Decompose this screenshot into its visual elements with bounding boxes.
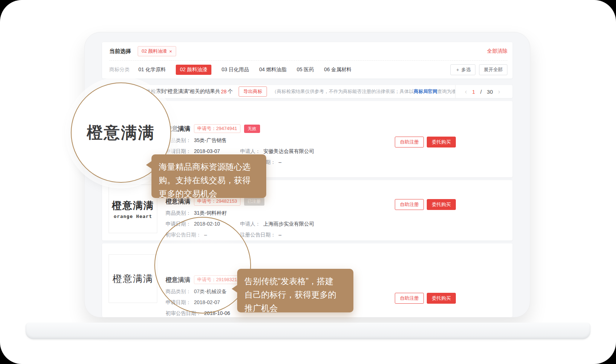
tooltip-line: 自己的标行，获得更多的 (244, 288, 346, 302)
category-field-value: 35类-广告销售 (194, 137, 227, 144)
screenshot-canvas: 当前选择 02 颜料油漆 × 全部清除 商标分类 01 化学原料 02 颜料油漆… (0, 0, 616, 364)
category-item-01[interactable]: 01 化学原料 (138, 66, 166, 73)
category-item-06[interactable]: 06 金属材料 (324, 66, 351, 73)
applicant-value: 上海雨步实业有限公司 (263, 221, 314, 227)
tooltip-line: 购。支持在线交易，获得 (159, 174, 259, 187)
trademark-office-link[interactable]: 商标局官网 (414, 89, 437, 94)
tooltip-line: 更多的交易机会 (159, 187, 259, 201)
tooltip-promotion: 告别传统“发表格”，搭建 自己的标行，获得更多的 推广机会 (237, 269, 353, 312)
tooltip-arrow-left-icon (232, 285, 238, 293)
selected-filter-tag[interactable]: 02 颜料油漆 × (138, 46, 176, 56)
results-count-unit: 个 (228, 88, 233, 95)
tooltip-arrow-left-icon (146, 161, 152, 169)
trademark-image-3-text: 橙意满满 (113, 272, 153, 285)
trademark-image-2-subtext: orange Heart (114, 214, 152, 219)
category-item-02-active[interactable]: 02 颜料油漆 (176, 65, 211, 75)
filter-card: 当前选择 02 颜料油漆 × 全部清除 商标分类 01 化学原料 02 颜料油漆… (102, 42, 512, 78)
entrust-buy-button[interactable]: 委托购买 (427, 293, 456, 304)
pagination-current: 1 (472, 89, 475, 95)
self-register-button[interactable]: 自助注册 (395, 199, 424, 210)
apply-date-value: 2018-03-07 (194, 148, 220, 155)
magnifier-circle-2 (154, 217, 251, 314)
self-register-button[interactable]: 自助注册 (395, 293, 424, 304)
category-item-04[interactable]: 04 燃料油脂 (259, 66, 286, 73)
category-list: 01 化学原料 02 颜料油漆 03 日化用品 04 燃料油脂 05 医药 06… (138, 65, 352, 75)
row-3-actions: 自助注册 委托购买 (395, 293, 456, 304)
multi-select-button[interactable]: ＋ 多选 (450, 64, 475, 75)
tooltip-line: 推广机会 (244, 302, 346, 315)
category-item-05[interactable]: 05 医药 (297, 66, 314, 73)
current-selection-row: 当前选择 02 颜料油漆 × 全部清除 (109, 42, 507, 60)
disclaimer-pre: （商标检索结果仅供参考，不作为商标能否注册的法律依据；具体以 (272, 89, 414, 94)
close-icon[interactable]: × (169, 49, 172, 54)
reg-pub-value: – (279, 159, 281, 166)
self-register-button[interactable]: 自助注册 (395, 137, 424, 147)
trademark-image-2-text: 橙意满满 (112, 199, 154, 212)
category-field-label: 商品类别： (166, 210, 191, 217)
pagination-separator: / (480, 89, 482, 95)
row-1-category-line: 商品类别：35类-广告销售 (166, 137, 512, 144)
category-label: 商标分类 (109, 66, 130, 73)
category-item-03[interactable]: 03 日化用品 (222, 66, 249, 73)
reg-pub-label: 注册公告日期： (240, 232, 276, 238)
pagination-total: 30 (487, 89, 493, 95)
row-1-date-line: 申请日期：2018-03-07 申请人：安徽美达会展有限公司 (166, 148, 512, 155)
selected-filter-tag-text: 02 颜料油漆 (142, 48, 167, 54)
disclaimer-text: （商标检索结果仅供参考，不作为商标能否注册的法律依据；具体以商标局官网查询为准。… (272, 88, 455, 95)
tooltip-marketplace: 海量精品商标资源随心选 购。支持在线交易，获得 更多的交易机会 (151, 154, 266, 198)
status-badge: 无效 (244, 125, 260, 133)
results-count: 28 (221, 89, 227, 94)
category-field-value: 31类-饲料种籽 (194, 210, 227, 217)
apply-date-label: 申请日期： (166, 148, 191, 155)
pagination: ‹ 1 / 30 › (455, 85, 512, 98)
chevron-left-icon[interactable]: ‹ (465, 88, 467, 96)
tooltip-line: 告别传统“发表格”，搭建 (244, 275, 346, 288)
applicant-label: 申请人： (240, 221, 260, 227)
current-selection-label: 当前选择 (109, 48, 131, 55)
row-1-actions: 自助注册 委托购买 (395, 137, 456, 147)
laptop-base (25, 323, 591, 339)
trademark-image-3: 橙意满满 (109, 254, 157, 303)
applicant-label: 申请人： (240, 148, 260, 155)
clear-all-link[interactable]: 全部清除 (487, 48, 507, 54)
disclaimer-post: 查询为准。） (437, 89, 455, 94)
application-number-badge: 申请号：29474941 (194, 124, 240, 133)
entrust-buy-button[interactable]: 委托购买 (427, 137, 456, 147)
reg-pub-value: – (279, 232, 281, 238)
applicant-value: 安徽美达会展有限公司 (263, 148, 314, 155)
export-trademarks-button[interactable]: 导出商标 (239, 86, 267, 97)
entrust-buy-button[interactable]: 委托购买 (427, 199, 456, 210)
row-2-actions: 自助注册 委托购买 (395, 199, 456, 210)
category-row: 商标分类 01 化学原料 02 颜料油漆 03 日化用品 04 燃料油脂 05 … (109, 60, 507, 79)
row-2-category-line: 商品类别：31类-饲料种籽 (166, 210, 512, 217)
tooltip-line: 海量精品商标资源随心选 (159, 160, 259, 174)
trademark-image-2: 橙意满满 orange Heart (109, 185, 157, 233)
results-header: 为您在颜料油漆类检索到“橙意满满”相关的结果共 28 个 导出商标 （商标检索结… (102, 85, 512, 98)
chevron-right-icon[interactable]: › (498, 88, 500, 96)
filter-buttons: ＋ 多选 展开全部 (450, 64, 507, 75)
expand-all-button[interactable]: 展开全部 (479, 64, 507, 75)
row-1-name-line: 橙意满满 申请号：29474941 无效 (166, 124, 512, 133)
magnified-trademark-text: 橙意满满 (87, 122, 155, 143)
